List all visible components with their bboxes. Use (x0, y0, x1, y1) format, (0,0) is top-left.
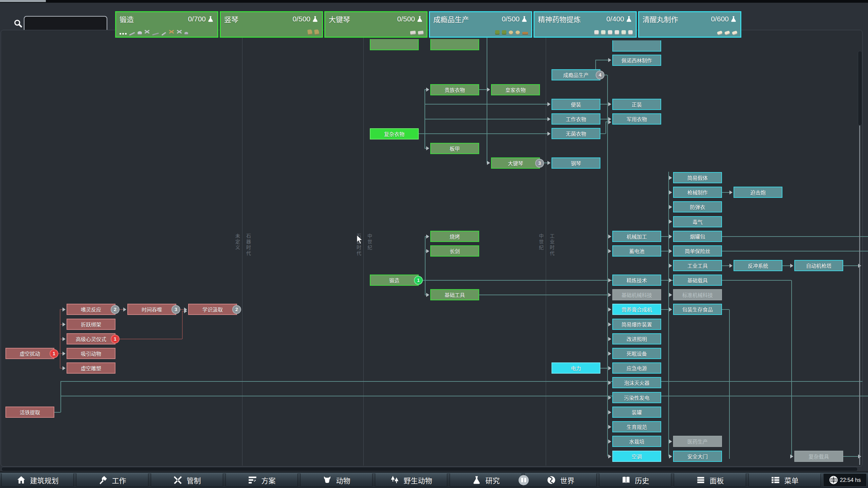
research-node-简单保险丝[interactable]: 简单保险丝 (673, 245, 722, 257)
edge-arrowhead (669, 205, 672, 209)
vertical-scrollbar-thumb[interactable] (858, 51, 862, 126)
research-node-水栽培[interactable]: 水栽培 (612, 436, 661, 447)
research-node-学识汲取[interactable]: 学识汲取2 (188, 304, 237, 315)
research-node-clipped[interactable] (430, 39, 479, 50)
animal-icon (323, 475, 332, 485)
research-node-基础工具[interactable]: 基础工具 (430, 289, 479, 300)
research-node-改进照明[interactable]: 改进照明 (612, 333, 661, 344)
research-node-反冲系统[interactable]: 反冲系统 (734, 260, 782, 271)
tree-edge (60, 381, 61, 412)
research-node-电力[interactable]: 电力 (551, 362, 600, 374)
research-node-皇家衣物[interactable]: 皇家衣物 (491, 84, 540, 95)
research-node-虚空扰动[interactable]: 虚空扰动1 (5, 348, 54, 359)
research-node-复杂衣物[interactable]: 复杂衣物 (370, 128, 419, 139)
research-node-钢琴[interactable]: 钢琴 (551, 157, 600, 169)
research-node-简易爆炸装置[interactable]: 简易爆炸装置 (612, 319, 661, 330)
research-node-长剑[interactable]: 长剑 (430, 245, 479, 257)
research-node-吸引动物[interactable]: 吸引动物 (67, 348, 115, 359)
hammer-icon (98, 475, 108, 485)
research-node-基础机械科技[interactable]: 基础机械科技 (612, 289, 661, 300)
research-node-泡沫灭火器[interactable]: 泡沫灭火器 (612, 377, 661, 388)
research-node-贵族衣物[interactable]: 贵族衣物 (430, 84, 479, 95)
research-node-基础载具[interactable]: 基础载具 (673, 275, 722, 286)
horizontal-scrollbar[interactable] (1, 467, 858, 471)
card-header: 精神药物提炼0/400 (538, 14, 632, 24)
research-node-烟罐包[interactable]: 烟罐包 (673, 231, 722, 242)
research-node-烧烤[interactable]: 烧烤 (430, 231, 479, 242)
research-node-正装[interactable]: 正装 (612, 99, 661, 110)
research-node-精炼技术[interactable]: 精炼技术 (612, 275, 661, 286)
nav-button-建筑规划[interactable]: 建筑规划 (1, 473, 74, 487)
nav-button-label: 动物 (336, 475, 350, 485)
nav-button-动物[interactable]: 动物 (300, 473, 373, 487)
nav-button-工作[interactable]: 工作 (76, 473, 148, 487)
research-node-复杂载具[interactable]: 复杂载具 (794, 451, 843, 462)
tree-edge (54, 412, 60, 413)
research-node-简易假体[interactable]: 简易假体 (673, 172, 722, 183)
nav-button-野生动物[interactable]: 野生动物 (375, 473, 447, 487)
research-card-精神药物提炼[interactable]: 精神药物提炼0/400 (534, 11, 637, 38)
research-node-枪械制作[interactable]: 枪械制作 (673, 187, 722, 198)
nav-button-菜单[interactable]: 菜单 (748, 473, 821, 487)
research-card-竖琴[interactable]: 竖琴0/500 (220, 11, 323, 38)
nav-button-历史[interactable]: 历史 (599, 473, 671, 487)
research-node-死眠设备[interactable]: 死眠设备 (612, 348, 661, 359)
research-node-生育规范[interactable]: 生育规范 (612, 421, 661, 432)
research-node-工作衣物[interactable]: 工作衣物 (551, 113, 600, 125)
nav-button-研究[interactable]: 研究 (450, 473, 522, 487)
research-node-label: 泡沫灭火器 (624, 379, 649, 386)
research-node-标准机械科技[interactable]: 标准机械科技 (673, 289, 722, 300)
research-node-clipped[interactable] (370, 39, 419, 50)
research-node-clipped[interactable] (612, 40, 661, 52)
tree-edge (182, 311, 183, 339)
research-node-迫击炮[interactable]: 迫击炮 (734, 187, 782, 198)
research-node-活铁提取[interactable]: 活铁提取 (5, 407, 54, 418)
research-node-污染性发电[interactable]: 污染性发电 (612, 392, 661, 403)
research-node-装罐[interactable]: 装罐 (612, 407, 661, 418)
research-node-营养膏合成机[interactable]: 营养膏合成机 (612, 304, 661, 315)
search-icon (14, 19, 22, 28)
research-node-时间吞噬[interactable]: 时间吞噬3 (127, 304, 176, 315)
research-node-医药生产[interactable]: 医药生产 (673, 436, 722, 447)
research-node-大键琴[interactable]: 大键琴3 (491, 157, 540, 169)
research-node-无菌衣物[interactable]: 无菌衣物 (551, 128, 600, 139)
nav-button-面板[interactable]: 面板 (674, 473, 746, 487)
research-node-label: 简易爆炸装置 (621, 321, 652, 328)
research-node-军用衣物[interactable]: 军用衣物 (612, 113, 661, 125)
research-node-机械加工[interactable]: 机械加工 (612, 231, 661, 242)
edge-arrowhead (62, 337, 66, 341)
research-node-板甲[interactable]: 板甲 (430, 143, 479, 154)
card-progress: 0/600 (711, 15, 729, 23)
research-node-折跃绑架[interactable]: 折跃绑架 (67, 319, 115, 330)
tree-edge (595, 60, 596, 69)
card-title: 竖琴 (224, 14, 238, 24)
research-node-自动机枪塔[interactable]: 自动机枪塔 (794, 260, 843, 271)
research-node-高级心灵仪式[interactable]: 高级心灵仪式1 (67, 333, 115, 344)
research-node-锻造[interactable]: 锻造1 (370, 275, 419, 286)
research-card-锻造[interactable]: 锻造0/700 (115, 11, 218, 38)
research-node-嗜灵反应[interactable]: 嗜灵反应2 (67, 304, 115, 315)
nav-button-方案[interactable]: 方案 (225, 473, 298, 487)
research-node-应急电源[interactable]: 应急电源 (612, 362, 661, 374)
research-node-佩诺西林制作[interactable]: 佩诺西林制作 (612, 55, 661, 66)
research-node-label: 学识汲取 (202, 306, 223, 313)
research-node-蓄电池[interactable]: 蓄电池 (612, 245, 661, 257)
research-node-毒气[interactable]: 毒气 (673, 216, 722, 227)
edge-arrowhead (608, 352, 611, 356)
research-card-清醒丸制作[interactable]: 清醒丸制作0/600 (638, 11, 741, 38)
nav-button-世界[interactable]: 世界 (524, 473, 597, 487)
research-node-虚空雕塑[interactable]: 虚空雕塑 (67, 362, 115, 374)
vertical-scrollbar-track[interactable] (859, 124, 860, 465)
research-node-防弹衣[interactable]: 防弹衣 (673, 201, 722, 212)
research-node-安全大门[interactable]: 安全大门 (673, 451, 722, 462)
research-node-成瘾品生产[interactable]: 成瘾品生产4 (551, 69, 600, 80)
research-card-大键琴[interactable]: 大键琴0/500 (324, 11, 428, 38)
research-card-成瘾品生产[interactable]: 成瘾品生产0/500 (429, 11, 532, 38)
research-node-包装生存食品[interactable]: 包装生存食品 (673, 304, 722, 315)
research-node-工业工具[interactable]: 工业工具 (673, 260, 722, 271)
research-node-便装[interactable]: 便装 (551, 99, 600, 110)
research-node-label: 生育规范 (627, 423, 647, 430)
research-node-空调[interactable]: 空调 (612, 451, 661, 462)
world-icon (547, 475, 556, 485)
nav-button-管制[interactable]: 管制 (151, 473, 223, 487)
